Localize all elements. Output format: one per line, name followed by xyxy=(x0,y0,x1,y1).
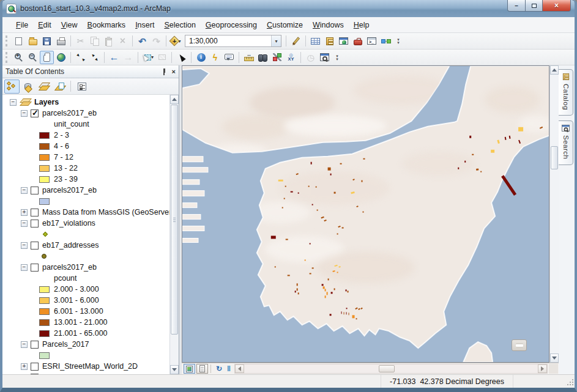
toc-layer-row[interactable]: 7 - 12 xyxy=(2,152,179,163)
restore-button[interactable] xyxy=(526,0,543,12)
back-extent-button[interactable]: ← xyxy=(107,51,121,64)
expand-icon[interactable]: + xyxy=(21,209,28,216)
python-window-button[interactable] xyxy=(365,34,379,48)
layer-name[interactable]: Parcels_2017 xyxy=(42,340,89,349)
layer-name[interactable]: parcels2017_eb xyxy=(42,263,97,272)
pan-tool[interactable] xyxy=(40,51,54,64)
undo-button[interactable]: ↶ xyxy=(135,34,149,48)
toc-layer-row[interactable]: 21.001 - 65.000 xyxy=(2,328,179,339)
map-scroll-down-icon[interactable] xyxy=(550,353,559,363)
find-route-button[interactable] xyxy=(270,51,284,64)
layer-name[interactable]: eb17_addresses xyxy=(42,241,99,250)
toc-layer-row[interactable]: −eb17_addresses xyxy=(2,240,179,251)
layer-visibility-checkbox[interactable] xyxy=(31,109,39,117)
full-extent-button[interactable] xyxy=(54,51,68,64)
list-by-source-button[interactable] xyxy=(20,80,35,94)
layer-visibility-checkbox[interactable] xyxy=(31,242,39,250)
toc-layer-row[interactable] xyxy=(2,350,179,361)
map-horizontal-scrollbar[interactable] xyxy=(234,364,548,374)
toc-layer-row[interactable]: 13 - 22 xyxy=(2,163,179,174)
toc-layer-row[interactable]: 13.001 - 21.000 xyxy=(2,317,179,328)
toc-layer-row[interactable] xyxy=(2,229,179,240)
map-scroll-left-icon[interactable] xyxy=(235,364,244,373)
map-vscrollbar-thumb[interactable] xyxy=(551,146,558,169)
zoom-out-tool[interactable]: − xyxy=(26,51,40,64)
toc-layer-row[interactable]: 4 - 6 xyxy=(2,141,179,152)
menu-geoprocessing[interactable]: Geoprocessing xyxy=(201,18,262,32)
map-overflow-labels-button[interactable] xyxy=(512,339,527,351)
map-scroll-up-icon[interactable] xyxy=(550,65,559,75)
layer-visibility-checkbox[interactable] xyxy=(31,187,39,194)
map-scale-combo[interactable]: 1:30,000▾ xyxy=(185,35,281,47)
toc-layer-row[interactable]: 6.001 - 13.000 xyxy=(2,306,179,317)
menu-help[interactable]: Help xyxy=(349,18,374,32)
resize-grip[interactable] xyxy=(565,377,574,386)
toc-scroll-up-icon[interactable] xyxy=(170,95,179,104)
toolbar-grip[interactable] xyxy=(6,35,9,46)
toc-layer-row[interactable]: unit_count xyxy=(2,119,179,130)
copy-button[interactable] xyxy=(87,34,102,48)
arctoolbox-button[interactable] xyxy=(351,34,365,48)
collapse-icon[interactable]: − xyxy=(21,341,28,348)
add-data-button[interactable]: ▾ xyxy=(169,34,183,48)
toc-layer-row[interactable]: −Layers xyxy=(2,97,179,108)
toc-layer-row[interactable]: +ESRI_World_Shaded_Relief xyxy=(2,372,179,374)
layer-name[interactable]: Mass Data from MassGIS (GeoServer) xyxy=(42,208,174,216)
collapse-icon[interactable]: − xyxy=(21,110,28,117)
map-view[interactable] xyxy=(182,66,549,362)
menu-view[interactable]: View xyxy=(56,18,83,32)
toolbar-overflow-icon[interactable]: ▾▾ xyxy=(333,54,341,61)
open-button[interactable] xyxy=(26,34,40,48)
modelbuilder-button[interactable] xyxy=(379,34,393,48)
toc-scrollbar[interactable] xyxy=(169,95,179,374)
menu-windows[interactable]: Windows xyxy=(308,18,349,32)
menu-selection[interactable]: Selection xyxy=(159,18,200,32)
menu-edit[interactable]: Edit xyxy=(33,18,56,32)
toc-layer-row[interactable]: 3.001 - 6.000 xyxy=(2,295,179,306)
hyperlink-tool[interactable]: ϟ xyxy=(208,51,222,64)
arccatalog-button[interactable] xyxy=(322,34,337,48)
select-features-tool[interactable]: ▾ xyxy=(141,51,155,64)
toc-layer-row[interactable]: 2.000 - 3.000 xyxy=(2,284,179,295)
fixed-zoom-in-button[interactable]: ►► xyxy=(73,51,87,64)
toc-layer-row[interactable]: −parcels2017_eb xyxy=(2,185,179,196)
clear-selection-button[interactable] xyxy=(155,51,169,64)
zoom-in-tool[interactable]: + xyxy=(12,51,26,64)
list-by-selection-button[interactable] xyxy=(52,80,67,94)
map-vertical-scrollbar[interactable] xyxy=(549,65,559,363)
toolbar-overflow-icon[interactable]: ▾▾ xyxy=(394,38,403,44)
toc-close-icon[interactable]: × xyxy=(172,68,176,75)
delete-button[interactable]: × xyxy=(116,34,130,48)
expand-icon[interactable]: + xyxy=(21,374,28,375)
tab-search[interactable]: Search xyxy=(559,120,573,165)
toc-layer-row[interactable]: −parcels2017_eb xyxy=(2,262,179,273)
toc-layer-row[interactable]: pcount xyxy=(2,273,179,284)
layer-visibility-checkbox[interactable] xyxy=(31,374,39,375)
layer-name[interactable]: ESRI_World_Shaded_Relief xyxy=(42,373,139,374)
layer-name[interactable]: ESRI_StreetMap_World_2D xyxy=(42,362,138,371)
collapse-icon[interactable]: − xyxy=(10,99,17,106)
editor-toolbar-button[interactable] xyxy=(289,34,303,48)
tab-catalog[interactable]: Catalog xyxy=(559,69,573,116)
menu-customize[interactable]: Customize xyxy=(262,18,308,32)
expand-icon[interactable]: + xyxy=(21,363,28,370)
viewer-window-button[interactable] xyxy=(318,51,332,64)
collapse-icon[interactable]: − xyxy=(21,220,28,227)
toc-layer-row[interactable] xyxy=(2,251,179,262)
toc-layer-row[interactable]: 23 - 39 xyxy=(2,174,179,185)
menu-file[interactable]: File xyxy=(11,18,33,32)
redo-button[interactable]: ↷ xyxy=(149,34,163,48)
list-by-drawing-order-button[interactable] xyxy=(4,80,20,94)
toc-layer-row[interactable]: −eb17_violations xyxy=(2,218,179,229)
layer-visibility-checkbox[interactable] xyxy=(31,209,39,216)
refresh-view-icon[interactable]: ↻ xyxy=(216,364,222,373)
catalog-window-button[interactable] xyxy=(337,34,351,48)
go-to-xy-button[interactable] xyxy=(284,51,298,64)
html-popup-tool[interactable] xyxy=(222,51,236,64)
data-view-button[interactable] xyxy=(184,364,195,374)
map-scroll-right-icon[interactable] xyxy=(538,364,547,373)
select-elements-tool[interactable] xyxy=(174,51,188,64)
close-button[interactable]: × xyxy=(543,0,571,12)
layer-visibility-checkbox[interactable] xyxy=(31,341,39,349)
toc-layer-row[interactable]: +Mass Data from MassGIS (GeoServer) xyxy=(2,207,179,218)
